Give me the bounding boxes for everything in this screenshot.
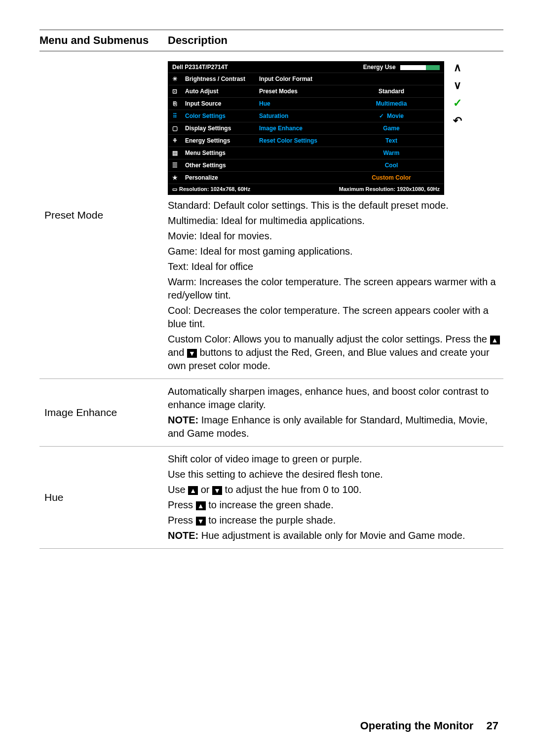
osd-confirm-button[interactable]: ✓ [451, 97, 464, 110]
preset-line: Multimedia: Ideal for multimedia applica… [168, 214, 503, 227]
auto-adjust-icon: ⊡ [168, 85, 181, 97]
row-title-preset: Preset Mode [39, 55, 168, 375]
hue-line: Press ▲ to increase the green shade. [168, 498, 503, 512]
osd-main-0[interactable]: Brightness / Contrast [181, 73, 255, 85]
osd-preset-4[interactable]: Text [339, 134, 444, 147]
osd-preset-2[interactable]: Movie [339, 110, 444, 122]
osd-preset-7[interactable]: Custom Color [339, 171, 444, 184]
osd-preset-5[interactable]: Warm [339, 147, 444, 159]
table-header: Menu and Submenus Description [39, 34, 503, 51]
osd-sub-1[interactable]: Preset Modes [255, 85, 339, 97]
preset-line: Standard: Default color settings. This i… [168, 199, 503, 212]
down-arrow-icon: ▼ [196, 517, 206, 526]
down-arrow-icon: ▼ [187, 349, 197, 358]
osd-preset-0[interactable]: Standard [339, 85, 444, 97]
preset-line: Warm: Increases the color temperature. T… [168, 275, 503, 302]
osd-preset-3[interactable]: Game [339, 122, 444, 134]
preset-line: Text: Ideal for office [168, 260, 503, 273]
other-settings-icon: ☰ [168, 159, 181, 171]
osd-sub-4[interactable]: Image Enhance [255, 122, 339, 134]
row-title-hue: Hue [39, 451, 168, 544]
hue-line: Shift color of video image to green or p… [168, 453, 503, 466]
osd-sub-0[interactable]: Input Color Format [255, 73, 339, 85]
osd-main-2[interactable]: Input Source [181, 97, 255, 110]
down-arrow-icon: ▼ [212, 486, 222, 495]
osd-up-button[interactable]: ∧ [451, 61, 464, 74]
osd-main-3[interactable]: Color Settings [181, 110, 255, 122]
osd-preset-6[interactable]: Cool [339, 159, 444, 171]
up-arrow-icon: ▲ [490, 336, 500, 344]
osd-main-7[interactable]: Other Settings [181, 159, 255, 171]
osd-back-button[interactable]: ↶ [451, 114, 464, 127]
preset-custom-line: Custom Color: Allows you to manually adj… [168, 333, 503, 373]
energy-bar-icon [400, 65, 440, 70]
row-hue: Hue Shift color of video image to green … [39, 447, 503, 549]
color-settings-icon: ⠿ [168, 110, 181, 122]
osd-main-5[interactable]: Energy Settings [181, 134, 255, 147]
osd-main-6[interactable]: Menu Settings [181, 147, 255, 159]
osd-sub-3[interactable]: Saturation [255, 110, 339, 122]
osd-main-1[interactable]: Auto Adjust [181, 85, 255, 97]
hue-line: Press ▼ to increase the purple shade. [168, 514, 503, 527]
brightness-icon: ☀ [168, 73, 181, 85]
osd-sub-5[interactable]: Reset Color Settings [255, 134, 339, 147]
osd-energy-label: Energy Use [363, 64, 396, 71]
preset-line: Cool: Decreases the color temperature. T… [168, 304, 503, 331]
osd-sub-2[interactable]: Hue [255, 97, 339, 110]
osd-max-resolution: Maximum Resolution: 1920x1080, 60Hz [339, 186, 440, 192]
osd-model: Dell P2314T/P2714T [172, 64, 228, 71]
hue-line: Use this setting to achieve the desired … [168, 468, 503, 481]
header-menu-col: Menu and Submenus [39, 34, 168, 47]
osd-main-8[interactable]: Personalize [181, 171, 255, 184]
osd-screenshot: Dell P2314T/P2714T Energy Use ☀ Brightne… [168, 61, 503, 195]
ie-note: NOTE: Image Enhance is only available fo… [168, 414, 503, 440]
row-image-enhance: Image Enhance Automatically sharpen imag… [39, 379, 503, 447]
osd-resolution: Resolution: 1024x768, 60Hz [172, 186, 250, 192]
preset-line: Movie: Ideal for movies. [168, 229, 503, 243]
ie-line: Automatically sharpen images, enhance hu… [168, 385, 503, 412]
display-settings-icon: ▢ [168, 122, 181, 134]
up-arrow-icon: ▲ [196, 501, 206, 510]
header-desc-col: Description [168, 34, 503, 47]
hue-line: Use ▲ or ▼ to adjust the hue from 0 to 1… [168, 483, 503, 496]
up-arrow-icon: ▲ [188, 486, 198, 495]
osd-preset-1[interactable]: Multimedia [339, 97, 444, 110]
osd-down-button[interactable]: ∨ [451, 79, 464, 92]
page-number: 27 [487, 719, 498, 732]
input-source-icon: ⎘ [168, 97, 181, 110]
footer-title: Operating the Monitor [360, 719, 474, 732]
row-preset-mode: Preset Mode Dell P2314T/P2714T Energy Us… [39, 51, 503, 379]
personalize-icon: ★ [168, 171, 181, 184]
page-footer: Operating the Monitor 27 [360, 719, 498, 732]
hue-note: NOTE: Hue adjustment is available only f… [168, 529, 503, 542]
energy-settings-icon: ⚘ [168, 134, 181, 147]
row-title-image-enhance: Image Enhance [39, 383, 168, 442]
menu-settings-icon: ▤ [168, 147, 181, 159]
osd-main-4[interactable]: Display Settings [181, 122, 255, 134]
preset-line: Game: Ideal for most gaming applications… [168, 245, 503, 258]
